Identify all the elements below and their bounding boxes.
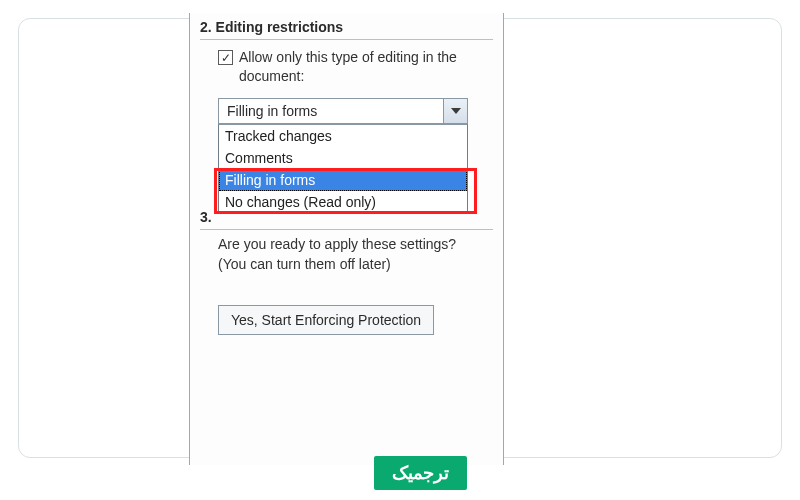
- restrict-editing-panel: 2. Editing restrictions ✓ Allow only thi…: [189, 13, 504, 465]
- combobox-dropdown-button[interactable]: [443, 99, 467, 123]
- dropdown-option-tracked-changes[interactable]: Tracked changes: [219, 125, 467, 147]
- section-2-title: 2. Editing restrictions: [190, 13, 503, 37]
- start-enforcing-button[interactable]: Yes, Start Enforcing Protection: [218, 305, 434, 335]
- section-2-divider: [200, 39, 493, 40]
- allow-only-checkbox[interactable]: ✓: [218, 50, 233, 65]
- dropdown-option-filling-in-forms[interactable]: Filling in forms: [219, 169, 467, 191]
- combobox-value: Filling in forms: [219, 99, 443, 123]
- editing-type-combobox[interactable]: Filling in forms: [218, 98, 468, 124]
- dropdown-option-comments[interactable]: Comments: [219, 147, 467, 169]
- allow-only-label: Allow only this type of editing in the d…: [239, 48, 491, 86]
- allow-only-row: ✓ Allow only this type of editing in the…: [190, 48, 503, 86]
- outer-frame: 2. Editing restrictions ✓ Allow only thi…: [18, 18, 782, 458]
- brand-badge: ترجمیک: [374, 456, 467, 490]
- editing-type-dropdown: Tracked changes Comments Filling in form…: [218, 124, 468, 214]
- checkmark-icon: ✓: [221, 52, 231, 64]
- section-3-divider: [200, 229, 493, 230]
- chevron-down-icon: [451, 108, 461, 114]
- dropdown-option-no-changes[interactable]: No changes (Read only): [219, 191, 467, 213]
- section-3-prompt: Are you ready to apply these settings? (…: [218, 235, 485, 274]
- editing-type-combo-wrap: Filling in forms Tracked changes Comment…: [218, 98, 468, 124]
- section-3-number: 3.: [200, 209, 212, 225]
